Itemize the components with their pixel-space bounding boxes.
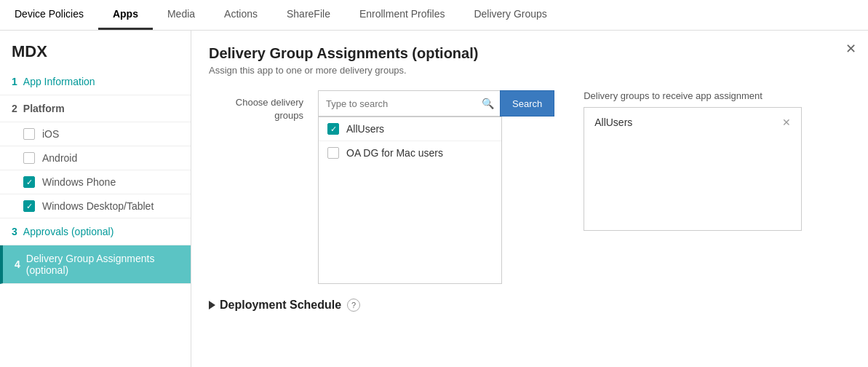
platform-option-windows-phone[interactable]: Windows Phone	[0, 170, 191, 194]
oa-dg-mac-checkbox[interactable]	[327, 147, 339, 159]
search-row: 🔍 Search	[318, 90, 554, 117]
ios-checkbox[interactable]	[23, 128, 35, 140]
deployment-help-icon[interactable]: ?	[347, 299, 360, 312]
oa-dg-mac-label: OA DG for Mac users	[346, 147, 443, 159]
choose-delivery-groups-label: Choose deliverygroups	[209, 90, 303, 122]
android-checkbox[interactable]	[23, 152, 35, 164]
deployment-title: Deployment Schedule	[220, 299, 341, 312]
close-button[interactable]: ✕	[845, 42, 856, 55]
platform-option-android[interactable]: Android	[0, 146, 191, 170]
sidebar-item-delivery-group-assignments-label: Delivery Group Assignments (optional)	[26, 253, 179, 276]
modal-title: Delivery Group Assignments (optional)	[209, 45, 851, 62]
delivery-groups-row: Choose deliverygroups 🔍 Search AllUsers	[209, 90, 851, 284]
nav-tab-actions[interactable]: Actions	[210, 0, 272, 30]
delivery-groups-list[interactable]: AllUsers OA DG for Mac users	[318, 117, 502, 284]
sidebar-item-app-information[interactable]: 1 App Information	[0, 68, 191, 95]
sidebar-title: MDX	[0, 31, 191, 68]
sidebar-item-platform[interactable]: 2 Platform	[0, 95, 191, 122]
step-4-num: 4	[15, 259, 20, 270]
nav-tab-media[interactable]: Media	[153, 0, 210, 30]
nav-tab-enrollment-profiles[interactable]: Enrollment Profiles	[345, 0, 460, 30]
deployment-section: Deployment Schedule ?	[209, 299, 851, 312]
allusers-checkbox[interactable]	[327, 123, 339, 135]
android-label: Android	[42, 152, 77, 164]
delivery-groups-receive-panel: Delivery groups to receive app assignmen…	[584, 90, 802, 231]
windows-desktop-checkbox[interactable]	[23, 200, 35, 212]
receive-allusers-label: AllUsers	[594, 117, 632, 128]
receive-item-allusers: AllUsers ✕	[590, 114, 795, 131]
sidebar: MDX 1 App Information 2 Platform iOS And…	[0, 31, 191, 367]
main-layout: MDX 1 App Information 2 Platform iOS And…	[0, 31, 868, 367]
sidebar-item-approvals[interactable]: 3 Approvals (optional)	[0, 218, 191, 245]
allusers-label: AllUsers	[346, 123, 384, 135]
sidebar-item-app-information-label: App Information	[23, 76, 95, 87]
list-item-oa-dg-mac[interactable]: OA DG for Mac users	[319, 141, 501, 165]
platform-option-ios[interactable]: iOS	[0, 122, 191, 146]
search-icon: 🔍	[482, 98, 494, 109]
sidebar-item-approvals-label: Approvals (optional)	[23, 226, 114, 237]
modal-subtitle: Assign this app to one or more delivery …	[209, 65, 851, 76]
delivery-groups-receive-box: AllUsers ✕	[584, 107, 802, 231]
content-area: ✕ Delivery Group Assignments (optional) …	[191, 31, 868, 367]
nav-tab-sharefile[interactable]: ShareFile	[272, 0, 345, 30]
deployment-toggle[interactable]: Deployment Schedule	[209, 299, 341, 312]
delivery-groups-receive-label: Delivery groups to receive app assignmen…	[584, 90, 802, 101]
ios-label: iOS	[42, 128, 59, 140]
top-nav: Device PoliciesAppsMediaActionsShareFile…	[0, 0, 868, 31]
step-1-num: 1	[12, 76, 17, 87]
windows-phone-checkbox[interactable]	[23, 176, 35, 188]
delivery-groups-controls: 🔍 Search AllUsers OA DG for Mac users	[318, 90, 554, 284]
windows-desktop-label: Windows Desktop/Tablet	[42, 200, 154, 212]
triangle-right-icon	[209, 301, 215, 309]
list-item-allusers[interactable]: AllUsers	[319, 117, 501, 141]
nav-tab-apps[interactable]: Apps	[98, 0, 153, 30]
search-input[interactable]	[318, 90, 500, 117]
platform-option-windows-desktop[interactable]: Windows Desktop/Tablet	[0, 194, 191, 218]
nav-tab-delivery-groups[interactable]: Delivery Groups	[459, 0, 561, 30]
search-input-wrap: 🔍	[318, 90, 500, 117]
windows-phone-label: Windows Phone	[42, 176, 116, 188]
remove-allusers-button[interactable]: ✕	[782, 117, 791, 128]
sidebar-item-delivery-group-assignments[interactable]: 4 Delivery Group Assignments (optional)	[0, 245, 191, 284]
step-2-num: 2	[12, 103, 17, 114]
search-button[interactable]: Search	[500, 90, 554, 117]
nav-tab-device-policies[interactable]: Device Policies	[0, 0, 98, 30]
sidebar-item-platform-label: Platform	[23, 103, 65, 114]
step-3-num: 3	[12, 226, 17, 237]
